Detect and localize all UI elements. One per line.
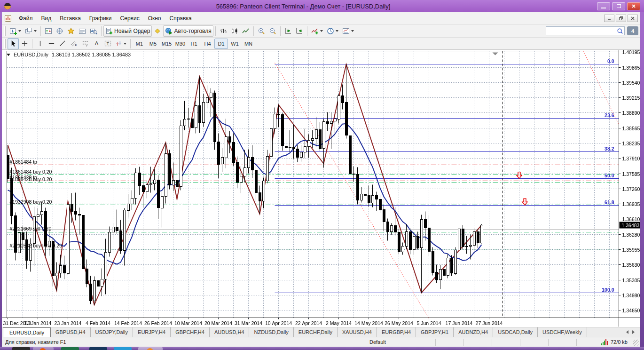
tab-audnzd-h4[interactable]: AUDNZD,H4 [454, 327, 493, 337]
fibonacci-icon: F [82, 40, 89, 47]
autotrading-button[interactable]: Авто-торговля [163, 25, 213, 37]
arrows-dropdown-icon [124, 43, 126, 45]
minimize-icon [601, 8, 606, 8]
status-profile[interactable]: Default [365, 339, 435, 346]
indicators-button[interactable] [309, 25, 325, 37]
chevron-down-icon[interactable] [7, 54, 10, 56]
tab-eurchf-daily[interactable]: EURCHF,Daily [294, 327, 338, 337]
cursor-tool-button[interactable] [8, 38, 19, 49]
menu-file[interactable]: Файл [15, 13, 37, 24]
timeframe-h4[interactable]: H4 [201, 39, 214, 49]
new-chart-button[interactable] [8, 25, 23, 37]
mdi-restore-button[interactable] [616, 15, 626, 22]
tab-eurjpy-h4[interactable]: EURJPY,H4 [133, 327, 171, 337]
zoom-out-icon [269, 27, 276, 35]
new-order-button[interactable]: Новый Ордер [103, 25, 152, 37]
tab-usdchf-weekly[interactable]: USDCHF,Weekly [538, 327, 587, 337]
taskbar-app-1[interactable] [12, 347, 30, 350]
toolbar-grip[interactable] [4, 26, 6, 36]
status-cell [463, 339, 492, 346]
taskbar-app-4[interactable] [89, 347, 107, 350]
tab-xauusd-h4[interactable]: XAUUSD,H4 [338, 327, 377, 337]
timeframe-mn[interactable]: MN [242, 39, 255, 49]
vertical-line-tool-button[interactable] [34, 38, 46, 49]
tab-eurgbp-h4[interactable]: EURGBP,H4 [377, 327, 416, 337]
crosshair-tool-button[interactable] [19, 38, 30, 49]
maximize-button[interactable] [612, 2, 625, 10]
metaeditor-diamond-icon [154, 27, 161, 35]
navigator-button[interactable] [65, 25, 77, 37]
price-chart-canvas[interactable] [2, 50, 640, 327]
tab-usdcad-daily[interactable]: USDCAD,Daily [493, 327, 538, 337]
channel-tool-button[interactable]: E [68, 38, 79, 49]
profiles-dropdown-icon [34, 30, 37, 32]
timeframe-m30[interactable]: M30 [173, 39, 187, 49]
data-window-button[interactable] [54, 25, 65, 37]
timeframe-m5[interactable]: M5 [146, 39, 160, 49]
chart-shift-button[interactable] [294, 25, 305, 37]
tab-usdjpy-daily[interactable]: USDJPY,Daily [91, 327, 134, 337]
svg-text:T: T [106, 41, 109, 46]
metaeditor-button[interactable] [152, 25, 163, 37]
tab-gbpjpy-h1[interactable]: GBPJPY,H1 [416, 327, 454, 337]
label-tool-button[interactable]: T [102, 38, 113, 49]
terminal-button[interactable] [77, 25, 88, 37]
tab-nzdusd-daily[interactable]: NZDUSD,Daily [249, 327, 293, 337]
menu-window[interactable]: Окно [144, 13, 165, 24]
chart-legend: EURUSD,Daily 1.36103 1.36502 1.36085 1.3… [7, 52, 131, 57]
tab-eurusd-daily[interactable]: EURUSD,Daily [3, 327, 51, 337]
market-watch-button[interactable] [43, 25, 54, 37]
menu-insert[interactable]: Вставка [55, 13, 85, 24]
templates-button[interactable] [340, 25, 356, 37]
taskbar-app-3[interactable] [61, 347, 79, 350]
tab-gbpchf-h4[interactable]: GBPCHF,H4 [171, 327, 210, 337]
search-input[interactable] [546, 27, 617, 34]
close-button[interactable]: ✕ [627, 2, 640, 10]
menu-view[interactable]: Вид [37, 13, 56, 24]
menu-charts[interactable]: Графики [85, 13, 116, 24]
mdi-minimize-button[interactable] [604, 15, 614, 22]
auto-scroll-button[interactable] [283, 25, 294, 37]
chart-line-button[interactable] [240, 25, 251, 37]
indicators-icon [311, 27, 319, 35]
profiles-button[interactable] [23, 25, 39, 37]
zoom-out-button[interactable] [267, 25, 278, 37]
timeframe-d1[interactable]: D1 [214, 39, 228, 49]
fibonacci-tool-button[interactable]: F [79, 38, 91, 49]
terminal-icon [79, 27, 86, 35]
auto-scroll-icon [284, 27, 292, 35]
text-tool-button[interactable]: A [91, 38, 102, 49]
menu-tools[interactable]: Сервис [116, 13, 144, 24]
toolbar-separator [32, 39, 32, 48]
search-icon[interactable] [617, 27, 623, 35]
toolbar-separator [101, 26, 102, 36]
taskbar-app-2[interactable] [33, 347, 54, 350]
status-help-text: Для справки, нажмите F1 [2, 339, 365, 345]
chart-candles-button[interactable] [229, 25, 240, 37]
toolbar-grip[interactable] [4, 39, 6, 48]
taskbar-app-6[interactable] [138, 347, 163, 350]
trendline-tool-button[interactable] [57, 38, 68, 49]
tab-scroll-right-icon[interactable] [632, 330, 635, 334]
chart-bars-button[interactable] [218, 25, 229, 37]
strategy-tester-icon [90, 27, 97, 35]
timeframe-w1[interactable]: W1 [228, 39, 242, 49]
horizontal-line-tool-button[interactable] [46, 38, 57, 49]
menu-help[interactable]: Справка [165, 13, 196, 24]
taskbar-app-5[interactable] [114, 347, 132, 350]
app-logo-icon [4, 2, 11, 10]
timeframe-m1[interactable]: M1 [133, 39, 146, 49]
periods-button[interactable] [325, 25, 340, 37]
tab-scroll-left-icon[interactable] [626, 330, 628, 334]
timeframe-m15[interactable]: M15 [160, 39, 173, 49]
tab-audusd-h4[interactable]: AUDUSD,H4 [210, 327, 250, 337]
arrows-tool-button[interactable] [113, 38, 128, 49]
zoom-in-button[interactable] [256, 25, 267, 37]
resize-grip[interactable] [633, 340, 639, 346]
community-chat-badge[interactable]: 4 [627, 26, 638, 35]
mdi-close-button[interactable] [628, 15, 638, 22]
minimize-button[interactable] [597, 2, 610, 10]
tab-gbpusd-h4[interactable]: GBPUSD,H4 [51, 327, 91, 337]
strategy-tester-button[interactable] [88, 25, 99, 37]
timeframe-h1[interactable]: H1 [187, 39, 201, 49]
